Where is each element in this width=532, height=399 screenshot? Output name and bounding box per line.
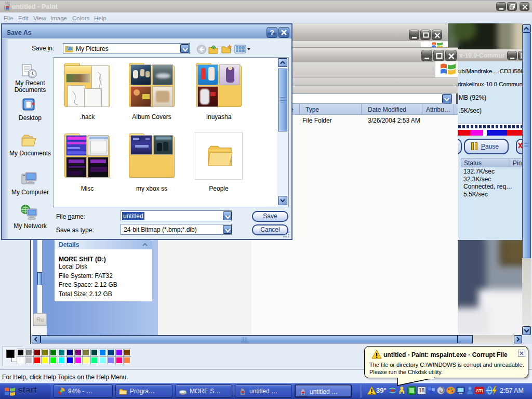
svg-text:ATI: ATI: [476, 388, 483, 393]
svg-text:18: 18: [419, 388, 425, 393]
svg-text:?: ?: [270, 29, 274, 37]
